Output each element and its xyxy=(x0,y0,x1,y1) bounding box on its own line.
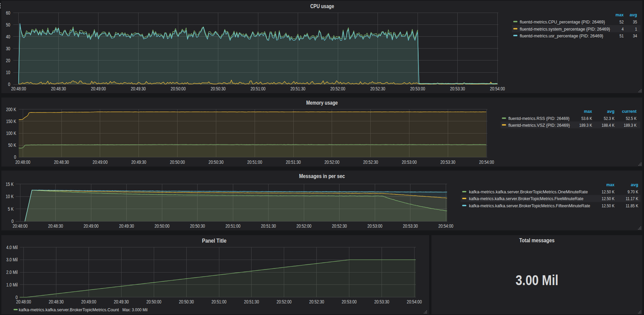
svg-text:20:50:00: 20:50:00 xyxy=(170,159,185,165)
svg-text:20:51:30: 20:51:30 xyxy=(261,223,276,229)
svg-text:0: 0 xyxy=(8,82,10,87)
svg-text:188.4 K: 188.4 K xyxy=(602,123,614,128)
svg-text:20:51:30: 20:51:30 xyxy=(286,159,301,165)
svg-text:20:52:30: 20:52:30 xyxy=(332,223,347,229)
svg-text:20:53:00: 20:53:00 xyxy=(367,223,382,229)
svg-text:20:53:30: 20:53:30 xyxy=(403,223,418,229)
svg-text:Panel Title: Panel Title xyxy=(202,238,226,244)
svg-text:20:49:00: 20:49:00 xyxy=(93,159,108,165)
svg-text:avg: avg xyxy=(631,182,638,187)
svg-text:40: 40 xyxy=(6,34,10,39)
svg-text:20:49:30: 20:49:30 xyxy=(119,223,134,229)
svg-text:20:51:30: 20:51:30 xyxy=(244,299,259,304)
svg-text:fluentd-metrics.CPU_percentage: fluentd-metrics.CPU_percentage {PID: 264… xyxy=(520,19,605,24)
svg-text:20:48:00: 20:48:00 xyxy=(11,86,26,91)
svg-text:20:54:00: 20:54:00 xyxy=(438,223,453,229)
svg-text:20:49:30: 20:49:30 xyxy=(131,159,146,165)
svg-text:20:50:30: 20:50:30 xyxy=(179,299,194,304)
svg-text:current: current xyxy=(622,109,637,114)
svg-text:max: max xyxy=(584,109,592,114)
svg-text:20:51:00: 20:51:00 xyxy=(247,159,262,165)
svg-text:3.00 Mil: 3.00 Mil xyxy=(516,272,558,288)
svg-text:5 K: 5 K xyxy=(8,206,14,212)
svg-text:kafka-metrics.kafka.server.Bro: kafka-metrics.kafka.server.BrokerTopicMe… xyxy=(469,189,588,194)
svg-text:200 K: 200 K xyxy=(6,107,16,112)
svg-text:12.50 K: 12.50 K xyxy=(602,196,614,201)
svg-text:max: max xyxy=(606,182,614,187)
svg-text:189.3 K: 189.3 K xyxy=(624,123,637,128)
svg-text:10 K: 10 K xyxy=(6,194,14,199)
svg-text:Max: 3.000 Mil: Max: 3.000 Mil xyxy=(123,307,148,312)
svg-text:20:50:00: 20:50:00 xyxy=(154,223,169,229)
svg-text:20:49:30: 20:49:30 xyxy=(131,86,146,91)
svg-text:20:52:00: 20:52:00 xyxy=(325,159,339,165)
svg-text:20:52:30: 20:52:30 xyxy=(370,86,385,91)
svg-text:4.0 Mil: 4.0 Mil xyxy=(6,245,18,250)
svg-text:150 K: 150 K xyxy=(6,119,16,124)
svg-text:52.5 K: 52.5 K xyxy=(626,116,637,121)
svg-text:10: 10 xyxy=(6,70,10,75)
svg-text:20:49:00: 20:49:00 xyxy=(84,223,98,229)
svg-text:20:49:00: 20:49:00 xyxy=(81,299,96,304)
svg-text:20:53:00: 20:53:00 xyxy=(402,159,417,165)
svg-text:2.0 Mil: 2.0 Mil xyxy=(6,269,18,275)
svg-text:4: 4 xyxy=(622,27,624,32)
svg-text:11.17 K: 11.17 K xyxy=(626,196,638,201)
svg-text:Total messages: Total messages xyxy=(519,238,555,243)
svg-text:20:50:30: 20:50:30 xyxy=(190,223,205,229)
svg-text:20:52:00: 20:52:00 xyxy=(330,86,345,91)
svg-text:20:48:30: 20:48:30 xyxy=(54,159,69,165)
svg-text:20:52:00: 20:52:00 xyxy=(296,223,311,229)
svg-text:20:53:30: 20:53:30 xyxy=(450,86,465,91)
svg-text:fluentd-metrics.usr_percentage: fluentd-metrics.usr_percentage {PID: 264… xyxy=(520,33,603,38)
svg-text:20: 20 xyxy=(6,58,10,63)
svg-text:20:50:00: 20:50:00 xyxy=(146,299,161,304)
svg-text:20:54:00: 20:54:00 xyxy=(479,159,494,165)
svg-text:20:48:00: 20:48:00 xyxy=(15,159,30,165)
svg-text:30: 30 xyxy=(6,46,10,51)
svg-text:12.50 K: 12.50 K xyxy=(602,189,614,194)
svg-text:50 K: 50 K xyxy=(8,142,16,148)
svg-text:50: 50 xyxy=(6,22,10,28)
svg-text:Memory usage: Memory usage xyxy=(306,100,338,106)
svg-text:3.0 Mil: 3.0 Mil xyxy=(6,257,18,262)
svg-text:51: 51 xyxy=(620,33,624,38)
svg-text:CPU usage: CPU usage xyxy=(310,3,334,9)
svg-text:fluentd-metrics.RSS {PID: 2646: fluentd-metrics.RSS {PID: 26469} xyxy=(509,116,570,121)
svg-text:20:53:30: 20:53:30 xyxy=(440,159,455,165)
svg-text:20:48:30: 20:48:30 xyxy=(48,223,63,229)
svg-text:20:54:00: 20:54:00 xyxy=(490,86,505,91)
svg-text:20:54:00: 20:54:00 xyxy=(407,299,422,304)
svg-text:100 K: 100 K xyxy=(6,130,16,136)
svg-text:20:50:30: 20:50:30 xyxy=(208,159,223,165)
svg-text:20:51:00: 20:51:00 xyxy=(211,299,226,304)
svg-text:20:48:30: 20:48:30 xyxy=(51,86,66,91)
svg-text:20:53:30: 20:53:30 xyxy=(374,299,389,304)
svg-text:20:53:00: 20:53:00 xyxy=(410,86,425,91)
svg-text:52: 52 xyxy=(620,19,624,24)
svg-text:Messages in per sec: Messages in per sec xyxy=(299,173,345,179)
svg-text:20:50:00: 20:50:00 xyxy=(171,86,186,91)
svg-text:fluentd-metrics.system_percent: fluentd-metrics.system_percentage {PID: … xyxy=(520,27,610,32)
svg-text:avg: avg xyxy=(630,12,637,17)
svg-text:52.3 K: 52.3 K xyxy=(604,116,614,121)
svg-text:20:51:00: 20:51:00 xyxy=(225,223,240,229)
svg-text:20:49:30: 20:49:30 xyxy=(114,299,129,304)
svg-text:60: 60 xyxy=(6,10,10,16)
svg-text:53.6 K: 53.6 K xyxy=(581,116,592,121)
svg-text:20:51:00: 20:51:00 xyxy=(251,86,265,91)
svg-text:20:51:30: 20:51:30 xyxy=(291,86,306,91)
svg-text:kafka-metrics.kafka.server.Bro: kafka-metrics.kafka.server.BrokerTopicMe… xyxy=(469,203,590,208)
svg-text:20:49:00: 20:49:00 xyxy=(91,86,106,91)
svg-text:avg: avg xyxy=(607,109,614,114)
svg-text:1.0 Mil: 1.0 Mil xyxy=(6,282,18,287)
svg-text:9.70 K: 9.70 K xyxy=(627,189,638,194)
svg-text:34: 34 xyxy=(633,33,637,38)
svg-text:15 K: 15 K xyxy=(6,181,14,187)
svg-text:35: 35 xyxy=(633,19,637,24)
svg-text:11.85 K: 11.85 K xyxy=(626,203,638,208)
svg-text:20:52:30: 20:52:30 xyxy=(363,159,378,165)
svg-text:fluentd-metrics.VSZ {PID: 2646: fluentd-metrics.VSZ {PID: 26469} xyxy=(509,123,570,128)
svg-text:20:52:00: 20:52:00 xyxy=(277,299,292,304)
svg-text:max: max xyxy=(615,12,624,17)
